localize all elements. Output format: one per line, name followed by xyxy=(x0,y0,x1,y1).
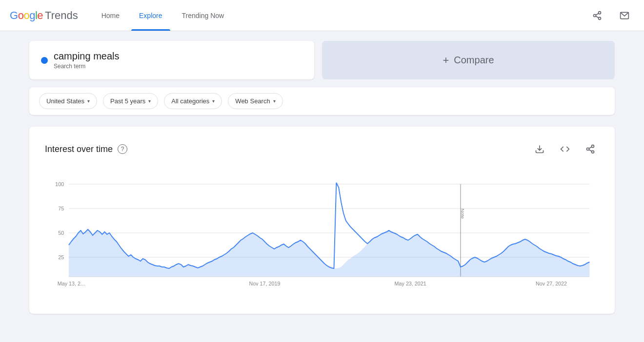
logo-trends: Trends xyxy=(45,9,78,22)
filter-search-type-label: Web Search xyxy=(235,97,270,105)
search-term[interactable]: camping meals xyxy=(54,51,120,62)
svg-point-7 xyxy=(592,145,594,148)
filter-search-type[interactable]: Web Search ▾ xyxy=(228,93,282,109)
compare-plus-icon: + xyxy=(443,54,449,67)
svg-point-0 xyxy=(599,11,601,14)
filter-category-arrow: ▾ xyxy=(212,98,215,104)
svg-point-2 xyxy=(599,17,601,19)
filter-search-type-arrow: ▾ xyxy=(273,98,276,104)
svg-text:100: 100 xyxy=(55,181,64,187)
chart-title: Interest over time xyxy=(45,144,113,154)
svg-text:Nov 27, 2022: Nov 27, 2022 xyxy=(536,281,567,286)
search-type: Search term xyxy=(54,63,120,70)
nav-home[interactable]: Home xyxy=(94,0,127,31)
search-info: camping meals Search term xyxy=(54,51,120,70)
chart-section: Interest over time ? xyxy=(29,127,615,314)
share-icon[interactable] xyxy=(587,6,607,25)
chart-share-button[interactable] xyxy=(582,140,599,158)
trend-chart: 100 75 50 25 Note May 13, 2... Nov 17, 2… xyxy=(45,170,599,296)
svg-text:25: 25 xyxy=(58,254,64,260)
nav-explore[interactable]: Explore xyxy=(131,0,170,31)
search-dot xyxy=(41,57,48,64)
filter-time-arrow: ▾ xyxy=(148,98,151,104)
filter-region-label: United States xyxy=(46,97,84,105)
svg-text:50: 50 xyxy=(58,230,64,236)
logo-google: Google xyxy=(10,9,43,22)
svg-text:May 23, 2021: May 23, 2021 xyxy=(395,281,426,286)
svg-line-4 xyxy=(596,13,599,15)
search-box: camping meals Search term xyxy=(29,41,314,79)
filter-time[interactable]: Past 5 years ▾ xyxy=(103,93,158,109)
svg-point-9 xyxy=(592,151,594,153)
compare-label: Compare xyxy=(454,55,494,66)
filter-row: United States ▾ Past 5 years ▾ All categ… xyxy=(29,87,615,115)
nav-trending[interactable]: Trending Now xyxy=(174,0,232,31)
compare-box[interactable]: + Compare xyxy=(322,41,615,79)
svg-point-8 xyxy=(587,148,589,151)
filter-region-arrow: ▾ xyxy=(87,98,90,104)
chart-header: Interest over time ? xyxy=(45,140,599,158)
download-button[interactable] xyxy=(531,140,548,158)
main-nav: Home Explore Trending Now xyxy=(94,0,232,31)
filter-time-label: Past 5 years xyxy=(110,97,145,105)
message-icon[interactable] xyxy=(615,6,634,25)
main-content: camping meals Search term + Compare Unit… xyxy=(0,31,644,323)
help-icon[interactable]: ? xyxy=(118,144,127,154)
svg-line-3 xyxy=(596,16,599,18)
svg-point-1 xyxy=(594,14,596,17)
svg-text:75: 75 xyxy=(58,206,64,211)
embed-button[interactable] xyxy=(556,140,574,158)
logo[interactable]: Google Trends xyxy=(10,9,78,22)
filter-category[interactable]: All categories ▾ xyxy=(164,93,222,109)
filter-region[interactable]: United States ▾ xyxy=(39,93,97,109)
svg-line-11 xyxy=(589,147,592,148)
filter-category-label: All categories xyxy=(171,97,209,105)
svg-text:Note: Note xyxy=(460,209,465,219)
header: Google Trends Home Explore Trending Now xyxy=(0,0,644,31)
search-row: camping meals Search term + Compare xyxy=(29,41,615,79)
chart-actions xyxy=(531,140,599,158)
svg-text:Nov 17, 2019: Nov 17, 2019 xyxy=(249,281,280,286)
chart-container: 100 75 50 25 Note May 13, 2... Nov 17, 2… xyxy=(45,170,599,298)
chart-title-row: Interest over time ? xyxy=(45,144,127,154)
svg-text:May 13, 2...: May 13, 2... xyxy=(58,281,85,286)
svg-line-10 xyxy=(589,150,592,151)
header-actions xyxy=(587,6,634,25)
